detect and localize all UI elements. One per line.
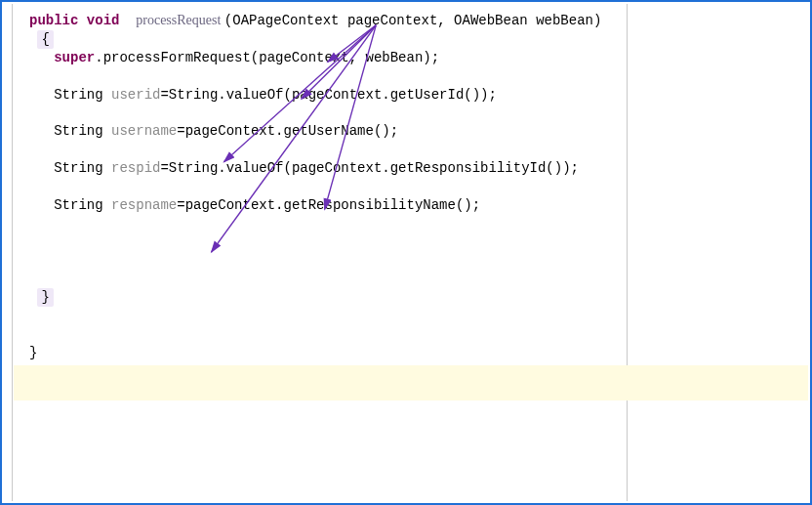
keyword-super: super bbox=[54, 50, 95, 65]
close-brace-inner: } bbox=[37, 288, 53, 307]
open-brace: { bbox=[37, 30, 53, 49]
params-open: ( bbox=[224, 13, 232, 28]
param1-type: OAPageContext bbox=[232, 13, 339, 28]
param1-name: pageContext bbox=[347, 13, 437, 28]
type-respname: String bbox=[54, 197, 102, 213]
type-username: String bbox=[54, 123, 102, 139]
keyword-public: public bbox=[29, 13, 78, 28]
rest-respid: =String.valueOf(pageContext.getResponsib… bbox=[160, 160, 578, 176]
var-userid: userid bbox=[111, 87, 160, 103]
param2-name: webBean bbox=[536, 13, 593, 28]
var-username: username bbox=[111, 123, 177, 139]
param2-type: OAWebBean bbox=[454, 13, 528, 28]
var-respname: respname bbox=[111, 197, 177, 213]
rest-username: =pageContext.getUserName(); bbox=[177, 123, 398, 139]
rest-userid: =String.valueOf(pageContext.getUserId())… bbox=[160, 87, 496, 103]
type-userid: String bbox=[54, 87, 102, 103]
close-brace-outer: } bbox=[29, 345, 37, 360]
comma: , bbox=[437, 13, 445, 28]
code-screenshot-frame: public void processRequest (OAPageContex… bbox=[0, 0, 812, 505]
code-area: public void processRequest (OAPageContex… bbox=[10, 8, 802, 497]
rest-respname: =pageContext.getResponsibilityName(); bbox=[177, 197, 480, 213]
var-respid: respid bbox=[111, 160, 160, 176]
type-respid: String bbox=[54, 160, 102, 176]
params-close: ) bbox=[593, 13, 601, 28]
super-rest: .processFormRequest(pageContext, webBean… bbox=[95, 50, 439, 65]
method-name: processRequest bbox=[136, 13, 221, 27]
keyword-void: void bbox=[87, 13, 120, 28]
code-block: public void processRequest (OAPageContex… bbox=[29, 12, 783, 362]
